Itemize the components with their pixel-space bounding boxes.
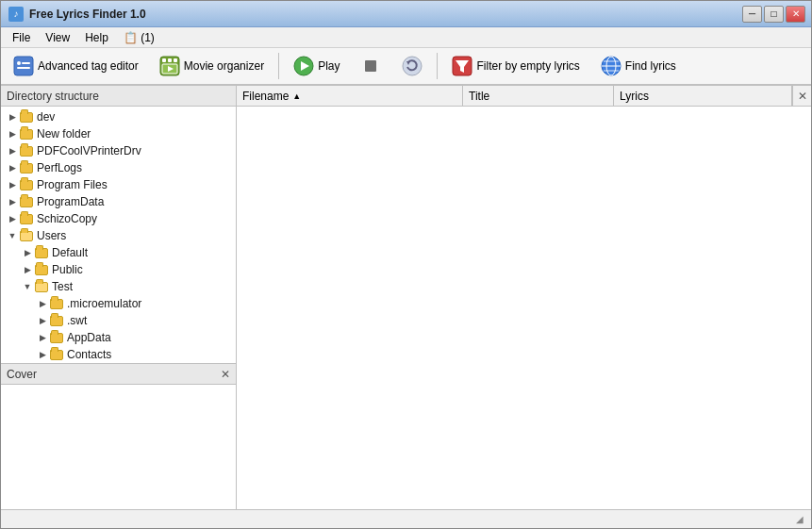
find-lyrics-button[interactable]: Find lyrics (592, 51, 685, 81)
expand-users[interactable]: ▼ (5, 228, 20, 243)
tree-item-test[interactable]: ▼ Test (1, 278, 236, 295)
filter-label: Filter by empty lyrics (476, 59, 579, 73)
expand-default[interactable]: ▶ (20, 245, 35, 260)
expand-public[interactable]: ▶ (20, 262, 35, 277)
menu-file[interactable]: File (5, 29, 38, 46)
column-title[interactable]: Title (463, 86, 614, 106)
minimize-button[interactable]: ─ (742, 6, 762, 23)
expand-contacts[interactable]: ▶ (35, 347, 50, 362)
tree-item-schizocopy[interactable]: ▶ SchizoCopy (1, 210, 236, 227)
close-button[interactable]: ✕ (786, 6, 805, 23)
tree-label-test: Test (52, 280, 73, 293)
tree-item-dev[interactable]: ▶ dev (1, 108, 236, 125)
window-controls: ─ □ ✕ (742, 6, 805, 23)
filter-empty-lyrics-button[interactable]: Filter by empty lyrics (443, 51, 588, 81)
cover-close-button[interactable]: ✕ (221, 368, 230, 381)
play-label: Play (318, 59, 340, 73)
svg-rect-6 (168, 58, 172, 62)
resize-grip: ◢ (796, 514, 807, 525)
tree-item-perflogs[interactable]: ▶ PerfLogs (1, 159, 236, 176)
status-bar: ◢ (1, 509, 811, 528)
expand-test[interactable]: ▼ (20, 279, 35, 294)
tree-item-contacts[interactable]: ▶ Contacts (1, 346, 236, 363)
tree-item-public[interactable]: ▶ Public (1, 261, 236, 278)
movie-organizer-icon (159, 56, 180, 76)
column-lyrics[interactable]: Lyrics (614, 86, 792, 106)
title-bar-left: ♪ Free Lyrics Finder 1.0 (8, 7, 146, 22)
menu-bar: File View Help 📋 (1) (1, 27, 811, 48)
expand-dev[interactable]: ▶ (5, 109, 20, 124)
app-icon: ♪ (8, 7, 24, 22)
window-title: Free Lyrics Finder 1.0 (29, 8, 146, 21)
tree-label-contacts: Contacts (67, 348, 111, 361)
tree-label-programdata: ProgramData (37, 195, 104, 208)
svg-rect-7 (174, 58, 177, 62)
column-title-label: Title (469, 90, 489, 103)
maximize-button[interactable]: □ (764, 6, 784, 23)
svg-point-1 (17, 61, 21, 65)
toolbar: Advanced tag editor Movie organizer (1, 48, 811, 86)
tree-label-public: Public (52, 263, 83, 276)
folder-icon-dev (20, 110, 35, 124)
stop-icon (360, 56, 381, 76)
expand-schizocopy[interactable]: ▶ (5, 211, 20, 226)
expand-programfiles[interactable]: ▶ (5, 177, 20, 192)
expand-programdata[interactable]: ▶ (5, 194, 20, 209)
expand-microemulator[interactable]: ▶ (35, 296, 50, 311)
menu-help[interactable]: Help (77, 29, 116, 46)
svg-rect-5 (162, 58, 166, 62)
tree-item-programfiles[interactable]: ▶ Program Files (1, 176, 236, 193)
column-close-button[interactable]: ✕ (792, 86, 811, 106)
file-list-header: Filename ▲ Title Lyrics ✕ (237, 86, 811, 107)
tree-item-swt[interactable]: ▶ .swt (1, 312, 236, 329)
folder-icon-contacts (50, 348, 65, 361)
cover-panel: Cover ✕ (1, 363, 236, 509)
folder-icon-microemulator (50, 297, 65, 310)
tree-item-newfolder[interactable]: ▶ New folder (1, 125, 236, 142)
tree-label-dev: dev (37, 110, 55, 124)
expand-swt[interactable]: ▶ (35, 313, 50, 328)
expand-perflogs[interactable]: ▶ (5, 160, 20, 175)
tree-item-appdata[interactable]: ▶ AppData (1, 329, 236, 346)
file-list-content (237, 107, 811, 509)
refresh-button[interactable] (393, 51, 431, 81)
advanced-tag-editor-button[interactable]: Advanced tag editor (5, 51, 147, 81)
main-area: Directory structure ▶ dev ▶ New folder (1, 86, 811, 509)
column-lyrics-label: Lyrics (620, 90, 649, 103)
filter-icon (452, 56, 472, 76)
column-filename[interactable]: Filename ▲ (237, 86, 463, 106)
cover-header: Cover ✕ (1, 364, 236, 385)
directory-section: Directory structure ▶ dev ▶ New folder (1, 86, 236, 363)
tree-item-users[interactable]: ▼ Users (1, 227, 236, 244)
right-panel: Filename ▲ Title Lyrics ✕ (237, 86, 811, 509)
expand-newfolder[interactable]: ▶ (5, 126, 20, 141)
sort-arrow-filename: ▲ (292, 91, 301, 101)
stop-button[interactable] (352, 51, 389, 81)
expand-appdata[interactable]: ▶ (35, 330, 50, 345)
svg-rect-0 (14, 57, 33, 75)
svg-rect-3 (17, 67, 30, 69)
tag-editor-icon (13, 56, 34, 76)
cover-label: Cover (7, 368, 37, 381)
tree-item-pdfcool[interactable]: ▶ PDFCoolVPrinterDrv (1, 142, 236, 159)
directory-tree[interactable]: ▶ dev ▶ New folder ▶ PDFCoolVPrinterDrv (1, 107, 236, 363)
expand-pdfcool[interactable]: ▶ (5, 143, 20, 158)
menu-clipboard[interactable]: 📋 (1) (116, 29, 162, 46)
folder-icon-newfolder (20, 127, 35, 141)
tree-item-microemulator[interactable]: ▶ .microemulator (1, 295, 236, 312)
refresh-icon (402, 56, 423, 76)
tree-label-newfolder: New folder (37, 127, 91, 141)
folder-icon-appdata (50, 331, 65, 344)
directory-header: Directory structure (1, 86, 236, 107)
folder-icon-test (35, 280, 50, 293)
left-panel: Directory structure ▶ dev ▶ New folder (1, 86, 237, 509)
svg-rect-12 (365, 60, 376, 72)
tree-item-default[interactable]: ▶ Default (1, 244, 236, 261)
menu-view[interactable]: View (38, 29, 77, 46)
folder-icon-pdfcool (20, 144, 35, 157)
tree-label-schizocopy: SchizoCopy (37, 212, 97, 225)
tree-item-programdata[interactable]: ▶ ProgramData (1, 193, 236, 210)
status-bar-right: ◢ (796, 514, 807, 525)
play-button[interactable]: Play (285, 51, 348, 81)
movie-organizer-button[interactable]: Movie organizer (151, 51, 273, 81)
